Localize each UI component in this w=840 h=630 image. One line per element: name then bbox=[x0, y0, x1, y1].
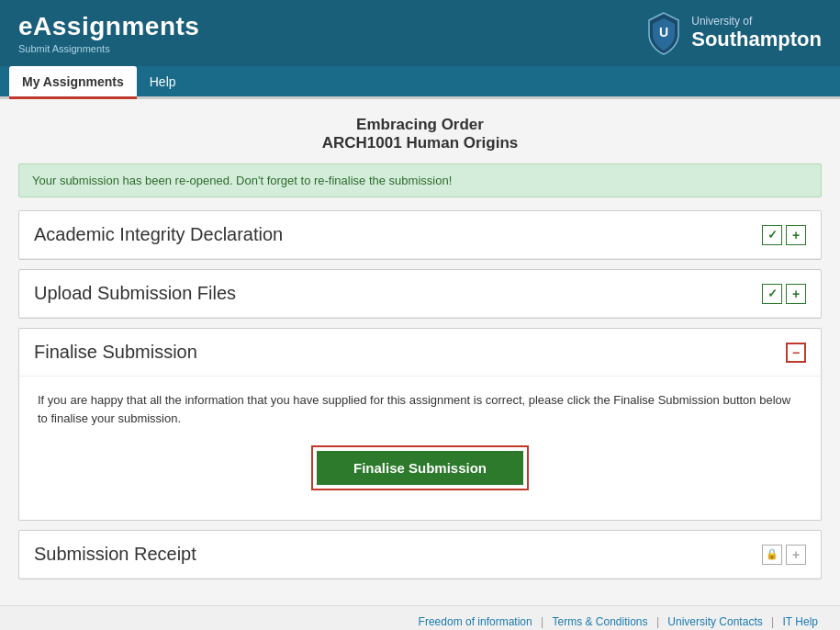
upload-files-section: Upload Submission Files ✓ + bbox=[18, 269, 822, 319]
receipt-expand-icon[interactable]: + bbox=[786, 545, 806, 565]
nav-my-assignments[interactable]: My Assignments bbox=[9, 66, 137, 96]
receipt-title: Submission Receipt bbox=[34, 544, 196, 565]
navigation: My Assignments Help bbox=[0, 66, 840, 99]
footer-sep-3: | bbox=[771, 615, 774, 628]
finalise-header: Finalise Submission − bbox=[19, 329, 821, 377]
academic-integrity-check-icon[interactable]: ✓ bbox=[762, 225, 782, 245]
university-name: University of Southampton bbox=[691, 15, 822, 52]
university-of-label: University of bbox=[691, 15, 822, 28]
footer-freedom-link[interactable]: Freedom of information bbox=[419, 615, 532, 628]
finalise-section: Finalise Submission − If you are happy t… bbox=[18, 328, 822, 521]
receipt-header: Submission Receipt 🔒 + bbox=[19, 531, 821, 579]
app-brand: eAssignments Submit Assignments bbox=[18, 12, 199, 54]
finalise-body: If you are happy that all the informatio… bbox=[19, 377, 821, 520]
footer-sep-2: | bbox=[656, 615, 659, 628]
app-subtitle: Submit Assignments bbox=[18, 43, 199, 54]
footer: Freedom of information | Terms & Conditi… bbox=[0, 605, 840, 630]
page-title: Embracing Order ARCH1001 Human Origins bbox=[18, 116, 822, 152]
nav-help[interactable]: Help bbox=[137, 66, 189, 96]
academic-integrity-header: Academic Integrity Declaration ✓ + bbox=[19, 211, 821, 259]
page-title-line2: ARCH1001 Human Origins bbox=[18, 134, 822, 152]
university-logo: U University of Southampton bbox=[645, 11, 822, 55]
footer-contacts-link[interactable]: University Contacts bbox=[667, 615, 762, 628]
finalise-icons: − bbox=[786, 343, 806, 363]
receipt-lock-icon: 🔒 bbox=[762, 545, 782, 565]
finalise-submission-button[interactable]: Finalise Submission bbox=[317, 451, 523, 485]
receipt-icons: 🔒 + bbox=[762, 545, 806, 565]
finalise-collapse-icon[interactable]: − bbox=[786, 343, 806, 363]
main-content: Embracing Order ARCH1001 Human Origins Y… bbox=[0, 99, 840, 605]
receipt-section: Submission Receipt 🔒 + bbox=[18, 530, 822, 579]
finalise-description: If you are happy that all the informatio… bbox=[38, 391, 802, 427]
finalise-title: Finalise Submission bbox=[34, 342, 197, 363]
alert-message: Your submission has been re-opened. Don'… bbox=[18, 163, 822, 197]
academic-integrity-icons: ✓ + bbox=[762, 225, 806, 245]
page-title-line1: Embracing Order bbox=[18, 116, 822, 134]
svg-text:U: U bbox=[659, 25, 668, 39]
shield-icon: U bbox=[645, 11, 682, 55]
university-name-label: Southampton bbox=[691, 28, 822, 51]
academic-integrity-section: Academic Integrity Declaration ✓ + bbox=[18, 210, 822, 260]
footer-sep-1: | bbox=[541, 615, 543, 628]
footer-ithelp-link[interactable]: IT Help bbox=[783, 615, 818, 628]
academic-integrity-title: Academic Integrity Declaration bbox=[34, 224, 283, 245]
academic-integrity-expand-icon[interactable]: + bbox=[786, 225, 806, 245]
finalise-button-container: Finalise Submission bbox=[38, 445, 802, 490]
upload-files-header: Upload Submission Files ✓ + bbox=[19, 270, 821, 318]
upload-files-icons: ✓ + bbox=[762, 284, 806, 304]
header: eAssignments Submit Assignments U Univer… bbox=[0, 0, 840, 66]
finalise-button-highlight: Finalise Submission bbox=[311, 445, 529, 490]
footer-terms-link[interactable]: Terms & Conditions bbox=[552, 615, 647, 628]
upload-files-title: Upload Submission Files bbox=[34, 283, 236, 304]
upload-files-check-icon[interactable]: ✓ bbox=[762, 284, 782, 304]
upload-files-expand-icon[interactable]: + bbox=[786, 284, 806, 304]
app-title: eAssignments bbox=[18, 12, 199, 41]
